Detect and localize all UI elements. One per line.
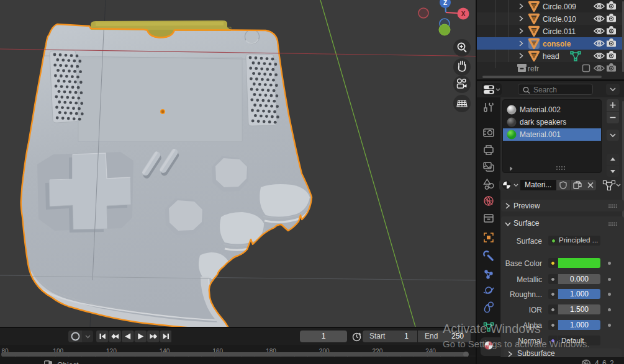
svg-text:Z: Z (443, 0, 447, 6)
svg-text:X: X (461, 11, 466, 17)
